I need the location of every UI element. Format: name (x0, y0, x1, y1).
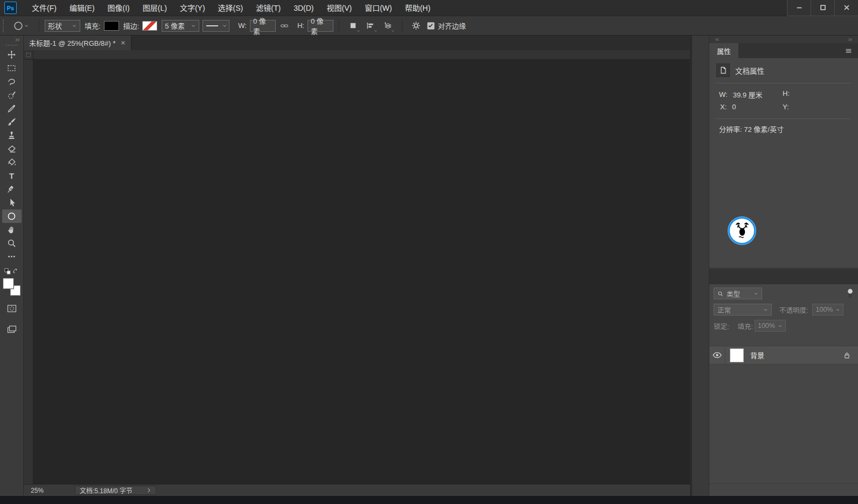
divider (716, 83, 850, 83)
shape-height-value: 0 像素 (311, 16, 330, 36)
brush-icon (7, 117, 16, 127)
tool-path-selection[interactable] (2, 196, 22, 209)
screen-mode-button[interactable] (2, 323, 22, 336)
doc-width-value[interactable]: 39.9 厘米 (733, 89, 763, 100)
doc-x-value[interactable]: 0 (732, 103, 736, 111)
tool-paint-bucket[interactable] (2, 156, 22, 169)
shape-width-field[interactable]: 0 像素 (250, 20, 276, 32)
path-arrangement-button[interactable] (381, 19, 395, 32)
search-icon (717, 291, 723, 297)
eyedropper-icon (7, 104, 16, 113)
menu-item-v[interactable]: 视图(V) (320, 0, 358, 16)
link-dimensions-button[interactable] (277, 19, 291, 32)
menu-item-i[interactable]: 图像(I) (101, 0, 136, 16)
tool-rect-marquee[interactable] (2, 61, 22, 75)
layer-filter-type-select[interactable]: 类型 (714, 288, 762, 299)
swap-colors-button[interactable] (4, 268, 20, 275)
document-tab[interactable]: 未标题-1 @ 25%(RGB/8#) * (24, 36, 131, 50)
options-bar-grip[interactable] (3, 19, 4, 32)
canvas-viewport[interactable] (33, 60, 690, 484)
filter-toggle-switch[interactable] (847, 288, 854, 299)
width-label: W: (238, 22, 247, 30)
move-icon (7, 50, 16, 59)
layer-name: 背景 (750, 350, 764, 360)
tool-type[interactable]: T (2, 169, 22, 183)
fill-swatch[interactable] (104, 21, 119, 31)
path-operations-button[interactable] (346, 19, 360, 32)
minimize-button[interactable] (787, 0, 811, 16)
menu-item-l[interactable]: 图层(L) (136, 0, 173, 16)
menu-item-y[interactable]: 文字(Y) (173, 0, 212, 16)
photoshop-logo[interactable]: Ps (4, 2, 17, 14)
photoshop-window: Ps 文件(F)编辑(E)图像(I)图层(L)文字(Y)选择(S)滤镜(T)3D… (0, 0, 858, 504)
tab-properties[interactable]: 属性 (709, 43, 738, 58)
layer-row-background[interactable]: 背景 (709, 346, 858, 365)
menu-item-dd[interactable]: 3D(D) (287, 0, 320, 16)
close-button[interactable] (834, 0, 858, 16)
tool-eyedropper[interactable] (2, 102, 22, 115)
status-bar: 25% 文档:5.18M/0 字节 (24, 484, 690, 496)
expand-panels-icon[interactable] (847, 37, 854, 42)
layers-tab-bar (709, 269, 858, 284)
panel-menu-icon[interactable] (845, 47, 853, 54)
chevron-down-icon (191, 23, 196, 29)
vertical-ruler[interactable] (24, 60, 33, 484)
maximize-button[interactable] (811, 0, 834, 16)
eraser-icon (7, 144, 16, 153)
tool-hand[interactable] (2, 223, 22, 236)
stroke-width-select[interactable]: 5 像素 (162, 20, 199, 32)
menu-item-w[interactable]: 窗口(W) (358, 0, 399, 16)
collapse-panels-icon[interactable] (714, 37, 720, 42)
chevron-down-icon (778, 324, 783, 328)
layer-thumbnail[interactable] (730, 348, 744, 362)
stroke-label: 描边: (123, 20, 139, 31)
shape-height-field[interactable]: 0 像素 (308, 20, 333, 32)
divider (402, 19, 402, 32)
tool-eraser[interactable] (2, 142, 22, 156)
ruler-origin-icon (26, 53, 31, 57)
opacity-label: 不透明度: (779, 305, 808, 315)
opacity-field[interactable]: 100% (812, 304, 843, 316)
toolbar-expand-button[interactable] (0, 36, 23, 44)
rect-marquee-icon (7, 64, 16, 73)
deer-logo (728, 217, 756, 244)
document-info[interactable]: 文档:5.18M/0 字节 (75, 486, 156, 495)
layers-panel: 类型 正常 不透明度: 100% (709, 269, 858, 496)
fill-opacity-field[interactable]: 100% (755, 320, 786, 332)
tool-ellipse[interactable] (2, 209, 22, 223)
menu-item-e[interactable]: 编辑(E) (63, 0, 101, 16)
stroke-swatch[interactable] (142, 21, 157, 31)
tool-pen[interactable] (2, 183, 22, 196)
foreground-color-swatch[interactable] (3, 278, 13, 289)
link-icon (280, 22, 289, 30)
tool-more-tools[interactable] (2, 250, 22, 263)
layer-visibility-toggle[interactable] (709, 346, 726, 365)
more-tools-icon (7, 252, 16, 261)
tool-preset-picker[interactable] (10, 19, 32, 32)
horizontal-ruler[interactable] (33, 50, 690, 60)
blend-mode-select[interactable]: 正常 (714, 304, 772, 316)
menu-item-t[interactable]: 滤镜(T) (249, 0, 287, 16)
toolbar-grip[interactable] (6, 45, 18, 46)
stroke-type-select[interactable] (203, 20, 229, 32)
align-edges-checkbox[interactable] (427, 22, 435, 30)
lock-label: 锁定: (714, 321, 729, 331)
document-properties-icon (716, 64, 730, 77)
menu-item-h[interactable]: 帮助(H) (399, 0, 437, 16)
quick-mask-button[interactable] (2, 302, 22, 315)
tab-close-icon[interactable] (121, 40, 125, 45)
tool-quick-selection[interactable] (2, 88, 22, 102)
menu-item-s[interactable]: 选择(S) (212, 0, 250, 16)
ruler-origin-box[interactable] (24, 50, 33, 60)
tool-clone-stamp[interactable] (2, 129, 22, 142)
tool-mode-select[interactable]: 形状 (45, 20, 80, 32)
tool-brush[interactable] (2, 115, 22, 129)
path-alignment-button[interactable] (364, 19, 378, 32)
zoom-level-field[interactable]: 25% (31, 487, 63, 494)
tool-move[interactable] (2, 48, 22, 61)
tool-zoom[interactable] (2, 236, 22, 250)
tool-lasso[interactable] (2, 75, 22, 88)
document-info-text: 文档:5.18M/0 字节 (80, 486, 132, 495)
menu-item-f[interactable]: 文件(F) (25, 0, 63, 16)
shape-settings-button[interactable] (409, 19, 423, 32)
